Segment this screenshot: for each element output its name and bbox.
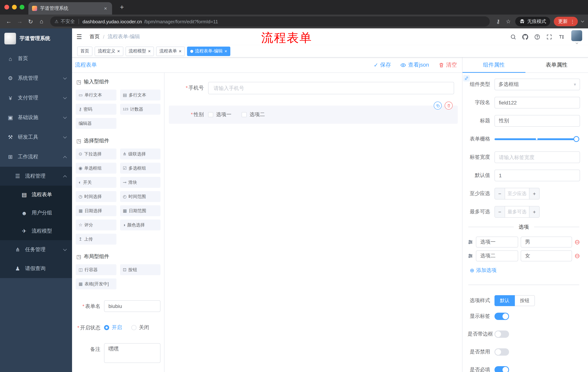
chip-time-range[interactable]: ◴时间范围	[120, 191, 160, 202]
tag-close-icon[interactable]: ×	[224, 49, 227, 53]
sidebar-item-leave-query[interactable]: ♟ 请假查询	[0, 259, 72, 278]
tag-home[interactable]: 首页	[77, 46, 92, 56]
link-icon[interactable]	[463, 75, 470, 82]
tag-process-form-edit[interactable]: 流程表单-编辑 ×	[187, 46, 231, 56]
sidebar-item-user-group[interactable]: ☻ 用户分组	[0, 204, 72, 222]
grid-slider[interactable]	[494, 133, 580, 145]
reload-button[interactable]: ↻	[25, 16, 36, 27]
help-icon[interactable]	[533, 33, 541, 41]
back-button[interactable]: ←	[4, 16, 14, 27]
tab-component-props[interactable]: 组件属性	[462, 57, 525, 73]
decrease-button[interactable]: −	[495, 206, 505, 217]
window-minimize-button[interactable]	[12, 5, 17, 10]
remark-textarea[interactable]: 嘿嘿	[104, 343, 160, 363]
chip-switch[interactable]: ◐开关	[76, 177, 116, 188]
sidebar-item-home[interactable]: ⌂ 首页	[0, 49, 72, 68]
border-switch[interactable]	[494, 330, 509, 338]
chip-editor[interactable]: 编辑器	[76, 118, 116, 129]
tab-form-props[interactable]: 表单属性	[525, 57, 588, 73]
title-input[interactable]	[494, 115, 580, 127]
default-value-input[interactable]	[494, 170, 580, 181]
sidebar-item-workflow[interactable]: ⊞ 工作流程	[0, 147, 72, 167]
required-switch[interactable]	[494, 366, 509, 372]
save-button[interactable]: ✓ 保存	[374, 62, 391, 68]
window-chevron-icon[interactable]	[581, 20, 584, 22]
sidebar-item-devtools[interactable]: ⚒ 研发工具	[0, 128, 72, 147]
remove-option-icon[interactable]: ⊖	[575, 253, 580, 259]
style-button-button[interactable]: 按钮	[515, 295, 535, 306]
option-label-input[interactable]	[476, 250, 518, 261]
breadcrumb-home[interactable]: 首页	[90, 33, 100, 40]
chrome-update-button[interactable]: 更新 ⋮	[554, 17, 578, 26]
min-select-value[interactable]: 至少应选	[505, 188, 529, 199]
phone-input[interactable]	[208, 82, 454, 94]
sidebar-item-task-manage[interactable]: ⋔ 任务管理	[0, 240, 72, 259]
chip-time-picker[interactable]: ◷时间选择	[76, 191, 116, 202]
chip-button[interactable]: ⊡按钮	[120, 264, 160, 275]
checkbox-option-two[interactable]: 选项二	[242, 111, 265, 118]
chip-multi-line-text[interactable]: ▤多行文本	[120, 90, 160, 100]
chip-date-range[interactable]: ▦日期范围	[120, 205, 160, 216]
chip-cascader[interactable]: ⋔级联选择	[120, 149, 160, 159]
chip-password[interactable]: ⚷密码	[76, 104, 116, 115]
tag-close-icon[interactable]: ×	[179, 49, 181, 53]
chip-checkbox-group[interactable]: ☑多选框组	[120, 163, 160, 174]
sliders-drag-icon[interactable]	[468, 253, 473, 259]
github-icon[interactable]	[521, 33, 529, 41]
checkbox-option-one[interactable]: 选项一	[208, 111, 231, 118]
sidebar-item-payment[interactable]: ¥ 支付管理	[0, 88, 72, 108]
tag-close-icon[interactable]: ×	[117, 49, 120, 53]
chip-table[interactable]: ▦表格[开发中]	[76, 278, 116, 289]
field-name-input[interactable]	[494, 97, 580, 108]
chip-slider[interactable]: ⊸滑块	[120, 177, 160, 188]
radio-enabled[interactable]: 开启	[104, 324, 122, 331]
chip-color-picker[interactable]: ◑颜色选择	[120, 220, 160, 230]
disabled-switch[interactable]	[494, 348, 509, 356]
sidebar-toggle-icon[interactable]: ☰	[76, 33, 85, 41]
sliders-drag-icon[interactable]	[468, 239, 473, 245]
decrease-button[interactable]: −	[495, 188, 505, 199]
tag-process-model[interactable]: 流程模型 ×	[125, 46, 154, 56]
sidebar-item-process-form[interactable]: ▤ 流程表单	[0, 186, 72, 204]
browser-tab[interactable]: 芋道管理系统 ×	[28, 2, 112, 15]
clear-button[interactable]: 清空	[439, 62, 457, 68]
max-select-value[interactable]: 最多可选	[505, 206, 529, 217]
option-label-input[interactable]	[476, 237, 518, 247]
form-name-input[interactable]	[104, 300, 160, 312]
form-canvas[interactable]: *手机号	[165, 73, 462, 372]
forward-button[interactable]: →	[15, 16, 25, 27]
sidebar-item-system[interactable]: ⚙ 系统管理	[0, 68, 72, 88]
chip-row-container[interactable]: ◫行容器	[76, 264, 116, 275]
chip-single-line-text[interactable]: ▭单行文本	[76, 90, 116, 100]
increase-button[interactable]: +	[529, 188, 539, 199]
chip-select[interactable]: ⊙下拉选择	[76, 149, 116, 159]
text-size-icon[interactable]	[557, 33, 565, 41]
delete-widget-button[interactable]	[445, 102, 453, 110]
tag-close-icon[interactable]: ×	[148, 49, 151, 53]
label-width-input[interactable]	[494, 151, 580, 163]
chip-radio-group[interactable]: ◉单选框组	[76, 163, 116, 174]
tag-process-form[interactable]: 流程表单 ×	[156, 46, 185, 56]
show-label-switch[interactable]	[494, 313, 509, 320]
chip-upload[interactable]: ↥上传	[76, 234, 116, 244]
option-value-input[interactable]	[521, 250, 572, 261]
address-bar[interactable]: ⚠ 不安全 dashboard.yudao.iocoder.cn /bpm/ma…	[50, 16, 490, 27]
new-tab-button[interactable]: +	[117, 3, 127, 12]
copy-widget-button[interactable]	[434, 102, 442, 110]
remove-option-icon[interactable]: ⊖	[575, 239, 580, 245]
user-avatar[interactable]	[571, 30, 582, 43]
chip-date-picker[interactable]: ▦日期选择	[76, 205, 116, 216]
window-zoom-button[interactable]	[20, 5, 24, 10]
home-button[interactable]: ⌂	[36, 16, 47, 27]
increase-button[interactable]: +	[529, 206, 539, 217]
window-close-button[interactable]	[4, 5, 9, 10]
option-value-input[interactable]	[521, 237, 572, 247]
sidebar-item-infrastructure[interactable]: ▣ 基础设施	[0, 108, 72, 128]
tab-close-icon[interactable]: ×	[103, 5, 108, 11]
widget-phone-field[interactable]: *手机号	[169, 78, 458, 98]
add-option-button[interactable]: ⊕ 添加选项	[470, 267, 580, 274]
chip-rate[interactable]: ☆评分	[76, 220, 116, 230]
password-key-icon[interactable]: ⚷	[494, 18, 503, 25]
sidebar-item-process-manage[interactable]: ☰ 流程管理	[0, 167, 72, 186]
menu-dots-icon[interactable]: ⋮	[570, 19, 575, 24]
